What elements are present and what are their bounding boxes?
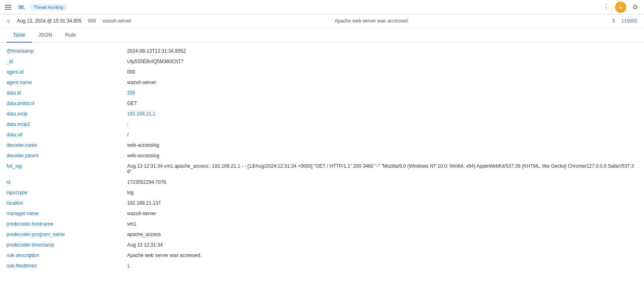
field-value: 192.168.21.137	[127, 200, 638, 206]
field-name: decoder.parent	[6, 153, 127, 158]
field-value: 1	[127, 263, 638, 269]
field-value: 200	[127, 90, 638, 96]
field-value: Uty5S5EBvIQ5M360ChT7	[127, 59, 638, 64]
field-name: decoder.name	[6, 142, 127, 148]
field-value: web-accesslog	[127, 142, 638, 148]
table-content: @timestamp2024-08-13T12:31:34.855Z_idUty…	[0, 43, 644, 274]
table-row: rule.descriptionApache web server was ac…	[6, 250, 638, 261]
field-name: location	[6, 200, 127, 206]
field-value: log	[127, 190, 638, 195]
field-name: data.srcip2	[6, 121, 127, 127]
table-row: decoder.nameweb-accesslog	[6, 140, 638, 150]
field-value: /	[127, 132, 638, 138]
tab-rule[interactable]: Rule	[59, 28, 83, 43]
field-name: predecoder.program_name	[6, 232, 127, 237]
field-name: input.type	[6, 190, 127, 195]
event-agent-id: 000	[88, 18, 96, 24]
field-name[interactable]: data.srcip	[6, 111, 127, 117]
table-row: input.typelog	[6, 187, 638, 198]
table-row: data.id200	[6, 88, 638, 98]
field-value: GET	[127, 101, 638, 106]
table-row: _idUty5S5EBvIQ5M360ChT7	[6, 56, 638, 67]
table-row: decoder.parentweb-accesslog	[6, 150, 638, 161]
more-options-icon[interactable]: ⋮	[601, 2, 612, 13]
table-row: predecoder.hostnamevm1	[6, 219, 638, 229]
field-name[interactable]: data.id	[6, 90, 127, 96]
table-row: manager.namewazuh-server	[6, 208, 638, 219]
settings-icon[interactable]: ⚙	[630, 2, 641, 13]
tab-table[interactable]: Table	[6, 28, 32, 43]
table-row: rule.firedtimes1	[6, 261, 638, 271]
top-bar: W. Threat Hunting ⋮ a ⚙	[0, 0, 644, 14]
table-row: id1723552294.7076	[6, 177, 638, 187]
field-value: apache_access	[127, 232, 638, 237]
table-row: agent.id000	[6, 67, 638, 77]
table-row: @timestamp2024-08-13T12:31:34.855Z	[6, 46, 638, 56]
table-row: agent.namewazuh-server	[6, 77, 638, 88]
field-name: full_log	[6, 163, 127, 169]
app-tag: Threat Hunting	[31, 4, 66, 10]
expand-chevron[interactable]: ∨	[6, 18, 10, 24]
table-row: full_logAug 13 12:31:34 vm1 apache_acces…	[6, 161, 638, 177]
event-agent-name: wazuh-server	[102, 18, 131, 24]
event-rule-id-link[interactable]: 110001	[621, 18, 638, 24]
field-value: vm1	[127, 221, 638, 227]
field-value: Apache web server was accessed.	[127, 253, 638, 258]
field-name: id	[6, 179, 127, 185]
table-row: predecoder.timestampAug 13 12:31:34	[6, 240, 638, 250]
field-value: 000	[127, 69, 638, 75]
avatar[interactable]: a	[615, 2, 626, 13]
field-name: @timestamp	[6, 48, 127, 54]
field-name: _id	[6, 59, 127, 64]
field-value: Aug 13 12:31:34 vm1 apache_access:: 192.…	[127, 163, 638, 175]
tabs-bar: Table JSON Rule	[0, 28, 644, 43]
event-row-header: ∨ Aug 13, 2024 @ 15:31:34.855 000 wazuh-…	[0, 14, 644, 28]
field-name: data.url	[6, 132, 127, 138]
top-bar-actions: ⋮ a ⚙	[601, 2, 641, 13]
field-value: 192.168.21.1	[127, 111, 638, 117]
table-row: location192.168.21.137	[6, 198, 638, 208]
table-row: predecoder.program_nameapache_access	[6, 229, 638, 240]
tab-json[interactable]: JSON	[32, 28, 59, 43]
field-name: agent.id	[6, 69, 127, 75]
field-name: data.protocol	[6, 101, 127, 106]
field-value: :	[127, 121, 638, 127]
field-name: agent.name	[6, 80, 127, 85]
field-value: 2024-08-13T12:31:34.855Z	[127, 48, 638, 54]
hamburger-menu[interactable]	[3, 3, 13, 11]
table-row: data.protocolGET	[6, 98, 638, 109]
table-row: data.srcip192.168.21.1	[6, 109, 638, 119]
field-value: wazuh-server	[127, 211, 638, 216]
event-timestamp: Aug 13, 2024 @ 15:31:34.855	[17, 18, 81, 24]
table-row: data.srcip2:	[6, 119, 638, 129]
table-row: data.url/	[6, 129, 638, 140]
field-name: predecoder.hostname	[6, 221, 127, 227]
field-value: wazuh-server	[127, 80, 638, 85]
field-name[interactable]: rule.firedtimes	[6, 263, 127, 269]
field-value: 1723552294.7076	[127, 179, 638, 185]
field-name: rule.description	[6, 253, 127, 258]
event-description: Apache web server was accessed.	[138, 18, 606, 24]
event-count: 5	[612, 18, 615, 24]
app-logo: W.	[16, 2, 27, 13]
field-name: manager.name	[6, 211, 127, 216]
field-value: Aug 13 12:31:34	[127, 242, 638, 248]
field-value: web-accesslog	[127, 153, 638, 158]
field-name: predecoder.timestamp	[6, 242, 127, 248]
